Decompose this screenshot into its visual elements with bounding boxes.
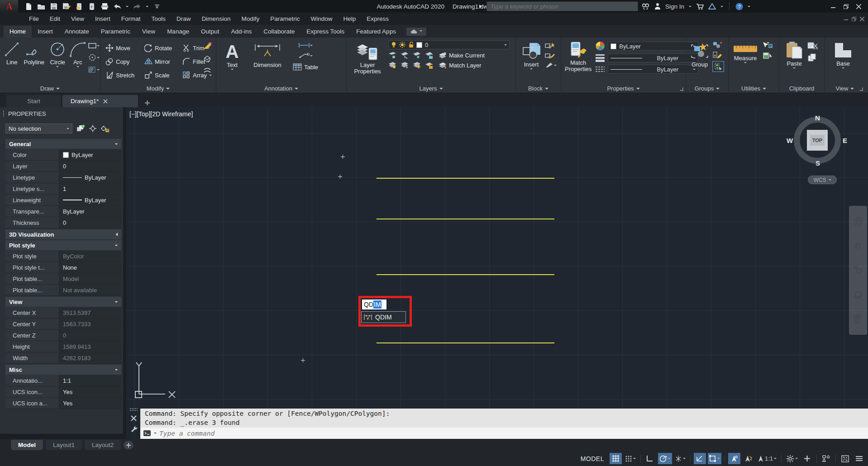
save-to-mobile-icon[interactable] <box>88 2 96 10</box>
zoom-icon[interactable] <box>853 265 863 276</box>
prop-row-plot-style[interactable]: Plot styleByColor <box>5 251 121 262</box>
menu-help[interactable]: Help <box>338 14 361 24</box>
layer-unlock-all-icon[interactable] <box>425 62 433 69</box>
explode-icon[interactable] <box>202 55 212 63</box>
save-icon[interactable] <box>50 2 58 10</box>
redo-dropdown-icon[interactable] <box>146 6 148 9</box>
file-tab-drawing1[interactable]: Drawing1* <box>62 95 138 107</box>
undo-icon[interactable] <box>113 2 121 10</box>
panel-label-block[interactable]: Block <box>516 84 561 93</box>
selection-dropdown[interactable]: No selection <box>5 124 72 133</box>
isolate-objects-button[interactable] <box>820 453 832 464</box>
ribbon-tab-featured-apps[interactable]: Featured Apps <box>350 26 402 38</box>
object-snap-toggle[interactable] <box>708 453 721 464</box>
prop-row-transparency[interactable]: Transpare...ByLayer <box>5 206 121 217</box>
quick-select-icon[interactable] <box>762 41 773 48</box>
menu-format[interactable]: Format <box>116 14 146 24</box>
prop-row-layer[interactable]: Layer0 <box>5 161 121 172</box>
scale-dropdown-icon[interactable] <box>774 458 777 461</box>
panel-label-modify[interactable]: Modify <box>100 84 216 93</box>
offset-icon[interactable] <box>202 67 212 75</box>
copy-clip-icon[interactable] <box>807 53 817 62</box>
open-folder-icon[interactable] <box>37 2 45 10</box>
prop-row-width[interactable]: Width4262.9183 <box>5 352 121 364</box>
doc-close-button[interactable] <box>860 17 864 21</box>
menu-dimension[interactable]: Dimension <box>196 14 236 24</box>
annotation-autoscale-toggle[interactable] <box>742 453 754 464</box>
viewport-controls[interactable]: [−][Top][2D Wireframe] <box>129 110 193 118</box>
scale-button[interactable]: Scale <box>143 71 181 80</box>
cut-icon[interactable] <box>807 42 818 49</box>
lineweight-icon[interactable] <box>595 54 605 62</box>
palette-header[interactable]: PROPERTIES <box>0 107 123 120</box>
viewcube[interactable]: TOP N W E S <box>794 117 841 164</box>
ribbon-tab-addins[interactable]: Add-ins <box>225 26 258 38</box>
section-view[interactable]: View <box>5 297 121 307</box>
app-store-cart-icon[interactable] <box>696 3 704 10</box>
autodesk-logo-icon[interactable] <box>708 3 716 10</box>
drawing-line-4[interactable] <box>377 342 554 343</box>
command-wrench-icon[interactable] <box>130 425 137 433</box>
menu-modify[interactable]: Modify <box>236 14 265 24</box>
new-layout-button[interactable] <box>124 441 134 450</box>
drawing-canvas[interactable]: [−][Top][2D Wireframe] TOP N W E S WCS Y… <box>126 107 868 439</box>
prop-row-height[interactable]: Height1589.9413 <box>5 341 121 352</box>
panel-label-utilities[interactable]: Utilities <box>729 84 779 93</box>
layer-lock-icon[interactable] <box>425 52 433 59</box>
prop-row-annotation-scale[interactable]: Annotatio...1:1 <box>5 375 121 386</box>
layer-properties-button[interactable]: Layer Properties <box>350 39 385 75</box>
polar-dropdown-icon[interactable] <box>668 458 671 461</box>
command-prompt-icon[interactable] <box>143 430 151 437</box>
prop-row-center-z[interactable]: Center Z0 <box>5 330 121 341</box>
panel-label-layers[interactable]: Layers <box>347 84 515 93</box>
ribbon-tab-parametric[interactable]: Parametric <box>95 26 136 38</box>
lineweight-dropdown[interactable]: ByLayer <box>608 53 698 62</box>
create-block-icon[interactable] <box>545 42 555 48</box>
drawing-line-1[interactable] <box>377 178 554 179</box>
table-button[interactable]: Table <box>291 63 320 71</box>
polyline-button[interactable]: Polyline <box>22 38 47 74</box>
cloud-button[interactable] <box>406 28 426 36</box>
command-history[interactable]: Command: Specify opposite corner or [Fen… <box>140 409 868 428</box>
customization-plus-button[interactable] <box>801 453 813 464</box>
ribbon-tab-view[interactable]: View <box>136 26 161 38</box>
layer-dropdown[interactable]: 0 <box>388 40 510 49</box>
new-drawing-tab-button[interactable] <box>142 98 152 107</box>
navigation-bar[interactable] <box>849 206 867 335</box>
help-search-box[interactable] <box>486 1 638 11</box>
section-misc[interactable]: Misc <box>5 365 121 375</box>
prop-row-ucs-icon-at-origin[interactable]: UCS icon a...Yes <box>5 398 121 409</box>
prop-row-center-x[interactable]: Center X3513.5397 <box>5 307 121 319</box>
linear-dimension-icon[interactable] <box>291 42 320 48</box>
prop-row-color[interactable]: ColorByLayer <box>5 149 121 161</box>
layer-isolate-icon[interactable] <box>401 52 409 59</box>
drawing-line-2[interactable] <box>377 219 554 219</box>
prop-row-center-y[interactable]: Center Y1563.7333 <box>5 319 121 330</box>
quick-calculator-icon[interactable] <box>762 52 773 60</box>
ellipse-tool-icon[interactable] <box>87 53 100 62</box>
viewcube-south[interactable]: S <box>816 159 820 167</box>
dynamic-input-field[interactable]: QDIM <box>362 300 386 309</box>
measure-button[interactable]: Measure <box>731 40 759 65</box>
rectangle-tool-icon[interactable] <box>87 42 100 49</box>
viewcube-north[interactable]: N <box>815 114 820 122</box>
linetype-dropdown[interactable]: ByLayer <box>608 65 698 74</box>
copy-button[interactable]: Copy <box>104 57 143 66</box>
make-current-button[interactable]: Make Current <box>437 52 486 59</box>
paste-button[interactable]: Paste <box>783 40 806 70</box>
help-icon[interactable]: ? <box>735 3 743 10</box>
user-icon[interactable] <box>654 3 661 10</box>
doc-minimize-button[interactable] <box>844 17 848 21</box>
navigation-wheel-icon[interactable] <box>853 216 863 227</box>
layout-tab-model[interactable]: Model <box>11 440 43 450</box>
sign-in-label[interactable]: Sign In <box>665 3 684 10</box>
panel-label-draw[interactable]: Draw <box>0 84 100 93</box>
help-dropdown-icon[interactable] <box>748 6 750 9</box>
rotate-button[interactable]: Rotate <box>143 43 181 52</box>
group-button[interactable]: Group <box>689 40 711 72</box>
open-from-mobile-icon[interactable] <box>75 2 83 10</box>
panel-label-annotation[interactable]: Annotation <box>216 84 346 93</box>
command-input-row[interactable] <box>140 428 868 439</box>
prop-row-plot-table-attached[interactable]: Plot table...Model <box>5 273 121 285</box>
sign-in-dropdown-icon[interactable] <box>689 6 692 9</box>
